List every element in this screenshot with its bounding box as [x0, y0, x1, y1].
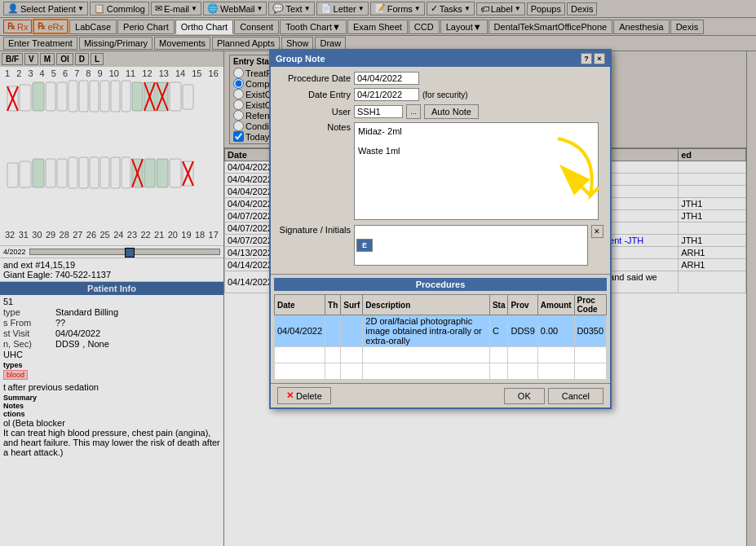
signature-row: Signature / Initials E ✕	[277, 225, 603, 266]
user-browse-btn[interactable]: ...	[406, 104, 421, 119]
date-entry-row: Date Entry (for security)	[277, 88, 603, 101]
table-row[interactable]	[275, 347, 607, 363]
ok-cancel-group: OK Cancel	[504, 388, 603, 404]
table-row[interactable]	[275, 363, 607, 380]
dialog-footer: ✕ Delete OK Cancel	[271, 383, 610, 407]
dialog-body: Procedure Date Date Entry (for security)…	[271, 67, 610, 274]
proc-surf-header: Surf	[341, 295, 363, 315]
user-row: User ... Auto Note	[277, 104, 603, 119]
proc-date-header: Date	[275, 295, 325, 315]
proc-code-header: Proc Code	[574, 295, 606, 315]
proc-th-header: Th	[325, 295, 341, 315]
procedure-date-input[interactable]	[354, 72, 419, 85]
ok-btn[interactable]: OK	[504, 388, 545, 404]
group-note-dialog: Group Note ? × Procedure Date Date Entry…	[269, 49, 612, 409]
delete-x-icon: ✕	[286, 390, 294, 401]
signature-e-btn[interactable]: E	[356, 239, 373, 252]
sig-clear-btn[interactable]: ✕	[591, 225, 603, 238]
dialog-title-bar: Group Note ? ×	[271, 51, 610, 67]
proc-desc-header: Description	[363, 295, 490, 315]
auto-note-btn[interactable]: Auto Note	[424, 104, 479, 119]
dialog-help-btn[interactable]: ?	[581, 53, 592, 64]
signature-box: E	[354, 225, 588, 266]
procedure-date-row: Procedure Date	[277, 72, 603, 85]
proc-prov-header: Prov	[508, 295, 537, 315]
notes-textarea[interactable]: Midaz- 2ml Waste 1ml	[354, 122, 599, 220]
date-entry-input[interactable]	[354, 88, 419, 101]
proc-sta-header: Sta	[489, 295, 508, 315]
procedures-section: Procedures Date Th Surf Description Sta …	[271, 274, 610, 383]
dialog-close-btn[interactable]: ×	[594, 53, 605, 64]
proc-amount-header: Amount	[537, 295, 574, 315]
delete-btn[interactable]: ✕ Delete	[277, 387, 331, 404]
notes-row: Notes Midaz- 2ml Waste 1ml	[277, 122, 603, 222]
modal-overlay: Group Note ? × Procedure Date Date Entry…	[0, 0, 756, 546]
procedures-table: Date Th Surf Description Sta Prov Amount…	[274, 294, 607, 380]
table-row[interactable]: 04/04/2022 2D oral/facial photographic i…	[275, 315, 607, 347]
notes-container: Midaz- 2ml Waste 1ml	[354, 122, 599, 222]
dialog-controls: ? ×	[581, 53, 605, 64]
user-input[interactable]	[354, 105, 403, 118]
cancel-btn[interactable]: Cancel	[548, 388, 603, 404]
